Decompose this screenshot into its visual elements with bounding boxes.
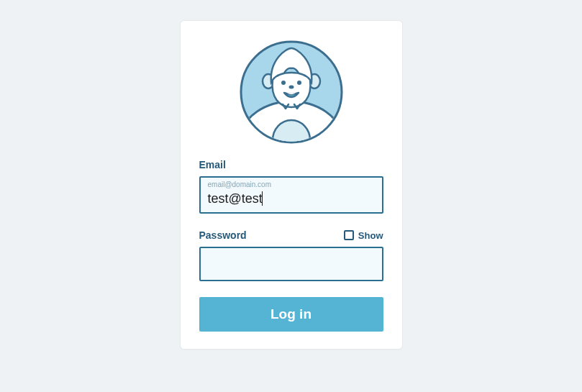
svg-point-7 <box>288 86 294 89</box>
password-label-row: Password Show <box>199 229 383 241</box>
show-password-label: Show <box>358 230 383 241</box>
password-input-wrap[interactable] <box>199 247 383 281</box>
svg-point-5 <box>281 81 286 85</box>
svg-point-6 <box>297 81 301 85</box>
password-label: Password <box>199 229 247 241</box>
email-placeholder-float: email@domain.com <box>208 181 375 189</box>
yeti-avatar-icon <box>237 38 345 146</box>
email-input[interactable]: test@test <box>208 189 375 208</box>
email-input-value: test@test <box>208 189 263 208</box>
password-field-group: Password Show <box>199 229 383 281</box>
text-cursor-icon <box>262 191 263 206</box>
password-input[interactable] <box>208 248 375 280</box>
avatar-container <box>199 38 383 146</box>
login-button[interactable]: Log in <box>199 297 383 332</box>
email-label: Email <box>199 159 383 170</box>
email-input-wrap[interactable]: email@domain.com test@test <box>199 176 383 214</box>
show-password-toggle[interactable]: Show <box>344 230 383 241</box>
email-field-group: Email email@domain.com test@test <box>199 159 383 214</box>
login-card: Email email@domain.com test@test Passwor… <box>180 20 403 350</box>
checkbox-icon <box>344 230 354 240</box>
